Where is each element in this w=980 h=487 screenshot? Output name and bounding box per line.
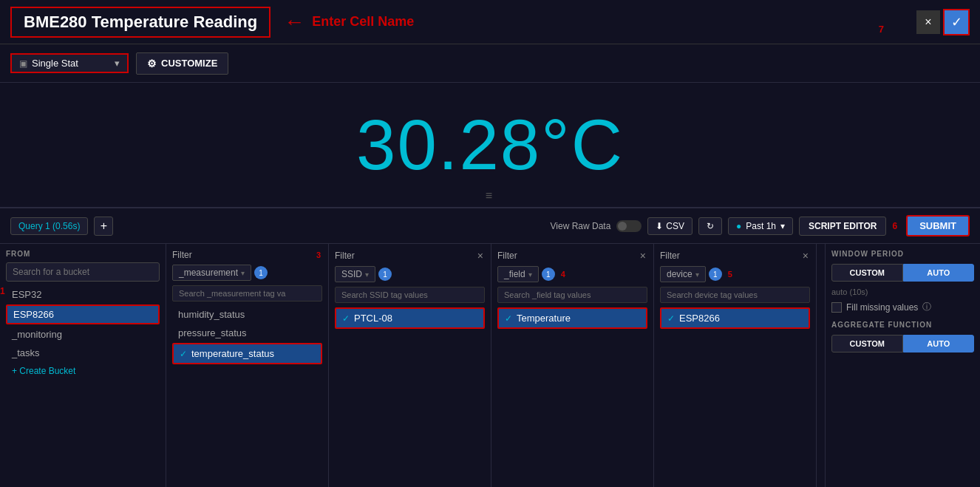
step3a-label: 3 — [316, 251, 321, 259]
bucket-name-esp8266: ESP8266 — [13, 309, 54, 320]
device-dropdown-label: device — [667, 269, 693, 279]
bucket-item-tasks[interactable]: _tasks — [6, 344, 160, 361]
measurement-badge: 1 — [254, 266, 268, 279]
filter-temperature-option[interactable]: ✓ temperature_status — [172, 343, 322, 364]
refresh-icon: ↻ — [707, 221, 714, 231]
chevron-icon: ▾ — [528, 270, 532, 279]
bucket-item-monitoring[interactable]: _monitoring — [6, 326, 160, 343]
step4-label: 4 — [561, 270, 565, 279]
ssid-dropdown[interactable]: SSID ▾ — [335, 266, 375, 282]
step1-label: 1 — [0, 286, 5, 296]
filter-ssid-close[interactable]: × — [476, 250, 485, 262]
gear-icon: ⚙ — [147, 58, 157, 69]
confirm-button[interactable]: ✓ — [943, 9, 970, 35]
device-badge: 1 — [709, 268, 722, 281]
arrow-icon: ← — [284, 10, 304, 34]
window-period-label: WINDOW PERIOD — [831, 250, 974, 258]
view-raw-toggle[interactable] — [616, 220, 642, 232]
filter-measurement-header: Filter 3 — [172, 250, 322, 260]
close-button[interactable]: × — [916, 10, 940, 34]
vis-type-icon: ▣ — [19, 58, 27, 69]
query-bar-right: View Raw Data ⬇ CSV ↻ ● Past 1h ▾ SCRIPT… — [551, 215, 970, 236]
filter-device-panel: Filter × device ▾ 1 5 ✓ ESP8266 — [654, 244, 817, 487]
measurement-search-input[interactable] — [172, 285, 322, 302]
vis-type-select[interactable]: ▣ Single Stat ▾ — [10, 53, 129, 73]
bucket-name-esp32: ESP32 — [12, 289, 41, 300]
add-query-button[interactable]: + — [94, 217, 113, 236]
device-dropdown[interactable]: device ▾ — [660, 266, 706, 282]
time-range-caret: ▾ — [780, 221, 785, 231]
fill-missing-row: Fill missing values ⓘ — [831, 301, 974, 313]
chevron-icon: ▾ — [241, 269, 245, 277]
customize-button[interactable]: ⚙ CUSTOMIZE — [136, 52, 228, 75]
filter-ssid-subheader: SSID ▾ 1 — [335, 266, 485, 282]
bucket-search-input[interactable] — [6, 262, 160, 282]
filter-field-title: Filter — [497, 251, 636, 261]
from-panel: FROM 1 ESP32 2 ESP8266 _monitoring _task… — [0, 244, 166, 487]
filter-ptcl-option[interactable]: ✓ PTCL-08 — [335, 307, 485, 329]
filter-temperature-field-option[interactable]: ✓ Temperature — [497, 307, 647, 329]
submit-button[interactable]: SUBMIT — [906, 215, 970, 236]
measurement-dropdown[interactable]: _measurement ▾ — [172, 265, 251, 281]
script-editor-button[interactable]: SCRIPT EDITOR — [799, 217, 886, 236]
filter-ssid-header: Filter × — [335, 250, 485, 262]
window-auto-button[interactable]: AUTO — [903, 264, 975, 282]
time-range-label: Past 1h — [746, 221, 776, 231]
enter-cell-label: Enter Cell Name — [312, 14, 414, 30]
filter-field-subheader: _field ▾ 1 4 — [497, 266, 647, 282]
filter-ssid-title: Filter — [335, 251, 473, 261]
filter-ssid-panel: Filter × SSID ▾ 1 ✓ PTCL-08 — [329, 244, 491, 487]
filter-panels: Filter 3 _measurement ▾ 1 humidity_statu… — [166, 244, 825, 487]
ssid-dropdown-label: SSID — [341, 269, 362, 279]
filter-device-title: Filter — [660, 251, 798, 261]
aggregate-fn-label: AGGREGATE FUNCTION — [831, 321, 974, 329]
field-search-input[interactable] — [497, 287, 647, 303]
bucket-item-esp32[interactable]: ESP32 — [6, 286, 160, 303]
create-bucket-button[interactable]: + Create Bucket — [6, 363, 160, 379]
filter-device-close[interactable]: × — [801, 250, 810, 262]
time-range-button[interactable]: ● Past 1h ▾ — [728, 217, 793, 235]
filter-pressure-option[interactable]: pressure_status — [172, 324, 322, 341]
help-icon[interactable]: ⓘ — [922, 301, 931, 313]
auto-hint: auto (10s) — [831, 287, 974, 296]
aggregate-auto-button[interactable]: AUTO — [903, 335, 975, 353]
filter-measurement-subheader: _measurement ▾ 1 — [172, 265, 322, 281]
step6-label: 6 — [892, 221, 897, 231]
window-custom-button[interactable]: CUSTOM — [831, 264, 903, 282]
csv-button[interactable]: ⬇ CSV — [647, 217, 693, 235]
fill-missing-checkbox[interactable] — [831, 302, 842, 313]
query-tab[interactable]: Query 1 (0.56s) — [10, 217, 88, 235]
check-icon: ✓ — [342, 313, 350, 324]
fill-missing-label: Fill missing values — [846, 302, 918, 313]
measurement-dropdown-label: _measurement — [179, 268, 238, 278]
chevron-icon: ▾ — [695, 270, 699, 279]
filter-field-close[interactable]: × — [639, 250, 647, 262]
toolbar: ▣ Single Stat ▾ ⚙ CUSTOMIZE — [0, 44, 980, 83]
header: BME280 Temperature Reading ← Enter Cell … — [0, 0, 980, 44]
bucket-item-esp8266[interactable]: ESP8266 — [6, 304, 160, 324]
step5-label: 5 — [728, 270, 732, 279]
preview-area: 30.28°C ≡ — [0, 83, 980, 208]
chevron-icon: ▾ — [365, 270, 369, 279]
field-badge: 1 — [542, 268, 555, 281]
check-icon: ✓ — [180, 349, 187, 359]
chevron-down-icon: ▾ — [115, 58, 120, 69]
ssid-search-input[interactable] — [335, 287, 485, 303]
query-tab-label: Query 1 — [18, 221, 50, 231]
filter-esp8266-option[interactable]: ✓ ESP8266 — [660, 307, 810, 329]
view-raw-label: View Raw Data — [551, 221, 611, 231]
filter-esp8266-label: ESP8266 — [679, 313, 720, 324]
filter-field-header: Filter × — [497, 250, 647, 262]
drag-handle[interactable]: ≡ — [486, 189, 494, 202]
field-dropdown[interactable]: _field ▾ — [497, 266, 539, 282]
aggregate-custom-button[interactable]: CUSTOM — [831, 335, 903, 353]
refresh-button[interactable]: ↻ — [698, 217, 722, 235]
device-search-input[interactable] — [660, 287, 810, 303]
filter-humidity-option[interactable]: humidity_status — [172, 306, 322, 323]
bucket-name-monitoring: _monitoring — [12, 329, 62, 340]
step7-label: 7 — [879, 24, 884, 35]
download-icon: ⬇ — [656, 221, 663, 231]
filter-device-header: Filter × — [660, 250, 810, 262]
header-actions: 7 × ✓ — [913, 9, 970, 35]
customize-label: CUSTOMIZE — [161, 58, 217, 69]
